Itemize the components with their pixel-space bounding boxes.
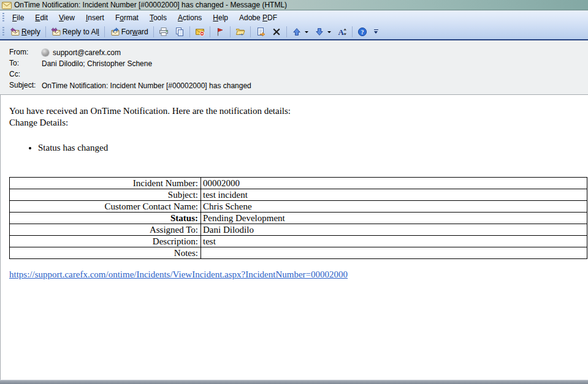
- move-to-folder-button[interactable]: [232, 25, 248, 39]
- menu-item-help[interactable]: Help: [207, 12, 234, 24]
- forward-icon: [110, 27, 120, 37]
- table-row: Incident Number:00002000: [10, 178, 587, 189]
- change-list: Status has changed: [9, 142, 588, 153]
- reply-all-button[interactable]: Reply to All: [48, 25, 102, 39]
- row-label: Notes:: [10, 247, 201, 259]
- subject-row: Subject:OnTime Notification: Incident Nu…: [9, 81, 588, 91]
- menu-item-tools[interactable]: Tools: [144, 12, 172, 24]
- subject-label: Subject:: [9, 81, 42, 91]
- toolbar-items: ReplyReply to AllForwardA?: [7, 25, 370, 39]
- row-value: 00002000: [201, 178, 587, 189]
- menu-item-adobe-pdf[interactable]: Adobe PDF: [234, 12, 283, 24]
- message-body: You have received an OnTime Notification…: [0, 95, 588, 380]
- row-label: Description:: [10, 236, 201, 247]
- toolbar-separator: [104, 26, 105, 37]
- next-item-button[interactable]: [311, 25, 334, 39]
- print-button[interactable]: [156, 25, 172, 39]
- reply-icon: [10, 27, 20, 37]
- message-window: OnTime Notification: Incident Number [#0…: [0, 0, 588, 384]
- standard-toolbar: ReplyReply to AllForwardA?: [0, 24, 588, 40]
- to-label: To:: [9, 59, 42, 69]
- toolbar-separator: [45, 26, 46, 37]
- menu-item-insert[interactable]: Insert: [80, 12, 110, 24]
- row-label: Assigned To:: [10, 224, 201, 236]
- row-value: Dani Dilodilo: [201, 224, 587, 236]
- intro-line-1: You have received an OnTime Notification…: [9, 105, 588, 117]
- row-value: test incident: [201, 189, 587, 201]
- reply-all-icon: [51, 27, 61, 37]
- reply-label: Reply: [21, 28, 40, 36]
- copy-icon: [175, 27, 185, 37]
- incident-link[interactable]: https://support.carefx.com/ontime/Incide…: [9, 269, 348, 280]
- row-value: test: [201, 236, 587, 247]
- message-header: From:support@carefx.comTo:Dani Dilodilo;…: [0, 40, 588, 95]
- menu-bar-items: FileEditViewInsertFormatToolsActionsHelp…: [7, 10, 283, 24]
- print-icon: [159, 27, 169, 37]
- block-sender-button[interactable]: [192, 25, 208, 39]
- toolbar-options-button[interactable]: [372, 27, 381, 37]
- intro-line-2: Change Details:: [9, 117, 588, 129]
- from-label: From:: [9, 48, 42, 58]
- reply-button[interactable]: Reply: [7, 25, 44, 39]
- create-rule-icon: [256, 27, 265, 37]
- row-label: Customer Contact Name:: [10, 201, 201, 213]
- menu-item-actions[interactable]: Actions: [172, 12, 207, 24]
- help-icon: ?: [357, 27, 367, 37]
- flag-icon: [215, 27, 225, 37]
- subject-value: OnTime Notification: Incident Number [#0…: [42, 81, 251, 91]
- cc-label: Cc:: [9, 70, 42, 80]
- menu-drag-handle[interactable]: [2, 13, 4, 23]
- toolbar-separator: [352, 26, 353, 37]
- from-row: From:support@carefx.com: [9, 48, 588, 58]
- incident-details-table: Incident Number:00002000Subject:test inc…: [9, 177, 587, 259]
- help-button[interactable]: ?: [354, 25, 370, 39]
- toolbar-separator: [286, 26, 287, 37]
- previous-item-icon: [292, 27, 302, 37]
- toolbar-options-bar-icon: [374, 29, 378, 30]
- message-icon: [2, 1, 12, 9]
- delete-icon: [272, 27, 281, 37]
- toolbar-separator: [230, 26, 231, 37]
- from-value: support@carefx.com: [42, 48, 121, 58]
- cc-row: Cc:: [9, 70, 588, 80]
- menu-item-view[interactable]: View: [53, 12, 80, 24]
- create-rule-button[interactable]: [253, 25, 269, 39]
- toolbar-separator: [189, 26, 190, 37]
- to-value: Dani Dilodilo; Christopher Schene: [42, 59, 152, 69]
- text-size-button[interactable]: A: [334, 25, 350, 39]
- forward-label: Forward: [121, 28, 148, 36]
- from-text: support@carefx.com: [53, 48, 121, 58]
- table-row: Status:Pending Development: [10, 213, 587, 224]
- flag-button[interactable]: [212, 25, 228, 39]
- dropdown-arrow-icon[interactable]: [327, 31, 331, 33]
- toolbar-separator: [250, 26, 251, 37]
- menu-bar: FileEditViewInsertFormatToolsActionsHelp…: [0, 10, 588, 24]
- title-bar: OnTime Notification: Incident Number [#0…: [0, 0, 588, 10]
- menu-item-format[interactable]: Format: [110, 12, 144, 24]
- move-to-folder-icon: [235, 27, 245, 37]
- next-item-icon: [315, 27, 324, 37]
- svg-text:?: ?: [361, 29, 364, 36]
- dropdown-arrow-icon[interactable]: [305, 31, 308, 33]
- subject-text: OnTime Notification: Incident Number [#0…: [42, 81, 251, 91]
- window-title: OnTime Notification: Incident Number [#0…: [14, 1, 287, 9]
- forward-button[interactable]: Forward: [107, 25, 151, 39]
- incident-details-rows: Incident Number:00002000Subject:test inc…: [10, 178, 587, 259]
- previous-item-button[interactable]: [289, 25, 311, 39]
- to-row: To:Dani Dilodilo; Christopher Schene: [9, 59, 588, 69]
- toolbar-drag-handle[interactable]: [2, 27, 4, 37]
- row-value: Chris Schene: [201, 201, 587, 213]
- row-value: Pending Development: [201, 213, 587, 224]
- block-sender-icon: [195, 27, 205, 37]
- copy-button[interactable]: [172, 25, 188, 39]
- row-label: Subject:: [10, 189, 201, 201]
- menu-item-edit[interactable]: Edit: [29, 12, 53, 24]
- table-row: Customer Contact Name:Chris Schene: [10, 201, 587, 213]
- bullet-item: Status has changed: [38, 142, 588, 153]
- svg-text:A: A: [338, 28, 344, 37]
- reply-to-all-label: Reply to All: [63, 28, 99, 36]
- table-row: Notes:: [10, 247, 587, 259]
- delete-button[interactable]: [269, 25, 284, 39]
- chevron-down-icon: [374, 31, 378, 34]
- menu-item-file[interactable]: File: [7, 12, 29, 24]
